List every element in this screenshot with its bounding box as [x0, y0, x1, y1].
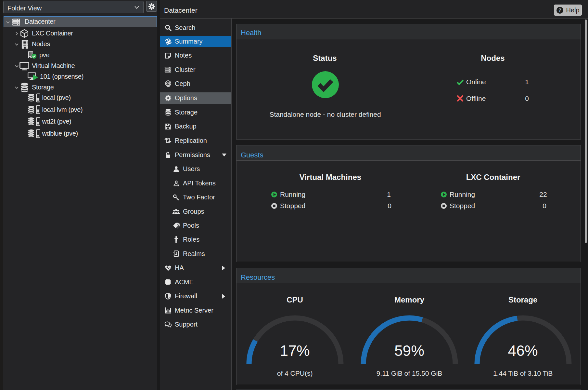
- svg-text:?: ?: [558, 7, 561, 13]
